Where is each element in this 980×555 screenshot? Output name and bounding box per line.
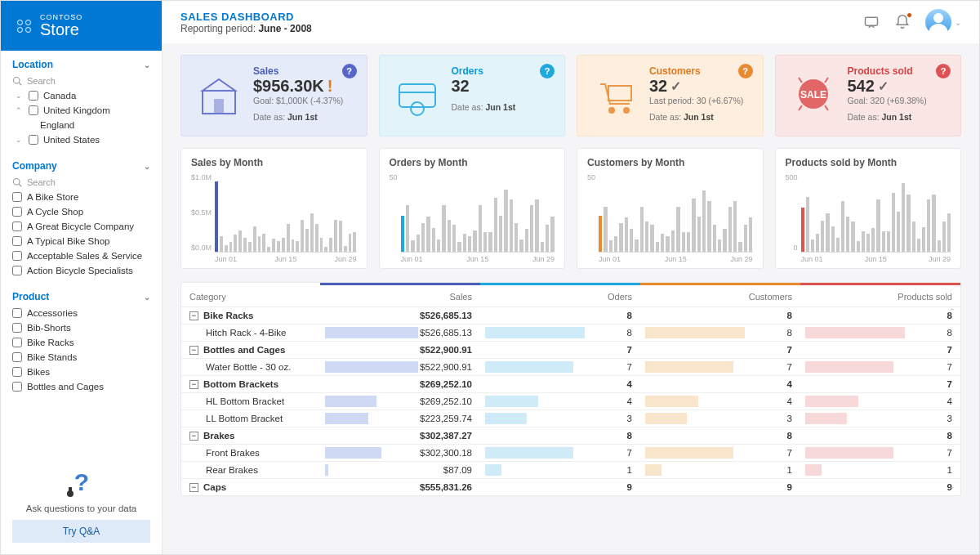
svg-text:SALE: SALE [800,89,826,101]
info-icon[interactable]: ? [540,64,555,78]
chart-bar [310,213,314,252]
table-scrollbar[interactable]: ⌃⌄ [949,307,957,490]
filter-product-header[interactable]: Product ⌄ [12,291,150,302]
kpi-card-sales[interactable]: ? Sales $956.30K ! Goal: $1,000K (-4.37%… [180,55,368,137]
chart-bar [510,199,513,252]
chart-bar [871,228,875,252]
company-item[interactable]: A Cycle Shop [12,204,150,219]
info-icon[interactable]: ? [738,64,753,78]
table-row[interactable]: −Caps $555,831.26 9 9 9 [181,478,960,495]
cell-orders: 3 [480,410,640,427]
chart-bar [718,239,721,252]
qa-illustration: ? [59,469,105,499]
table-row[interactable]: −Bottom Brackets $269,252.10 4 4 7 [181,375,960,392]
product-item[interactable]: Bottles and Cages [12,379,150,394]
col-orders[interactable]: Oders [480,283,640,307]
messages-icon[interactable] [863,14,880,30]
info-icon[interactable]: ? [936,64,951,78]
collapse-icon[interactable]: − [189,311,198,320]
filter-checkbox[interactable] [12,323,22,333]
location-checkbox[interactable] [29,135,38,145]
location-item[interactable]: ⌄Canada [12,88,150,103]
cell-sales: $555,831.26 [320,479,480,495]
filter-checkbox[interactable] [12,352,22,362]
table-row[interactable]: −Bike Racks $526,685.13 8 8 8 [181,307,960,324]
chart-bar [692,199,695,252]
warning-icon: ! [327,77,333,96]
location-item[interactable]: ⌃United Kingdom [12,103,150,118]
col-products-sold[interactable]: Products sold [800,283,960,307]
col-sales[interactable]: Sales [320,283,480,307]
table-row[interactable]: HL Bottom Bracket $269,252.10 4 4 4 [181,392,960,410]
product-item[interactable]: Bib-Shorts [12,320,150,335]
cell-products: 8 [800,324,960,341]
table-row[interactable]: Water Bottle - 30 oz. $522,900.91 7 7 7 [181,358,960,375]
filter-checkbox[interactable] [12,236,22,246]
product-item[interactable]: Bike Racks [12,335,150,350]
table-row[interactable]: −Brakes $302,387.27 8 8 8 [181,427,960,444]
col-category[interactable]: Category [181,283,320,307]
table-row[interactable]: LL Bottom Bracket $223,259.74 3 3 3 [181,410,960,427]
table-row[interactable]: Hitch Rack - 4-Bike $526,685.13 8 8 8 [181,324,960,341]
filter-checkbox[interactable] [12,192,22,202]
filter-checkbox[interactable] [12,382,22,392]
filter-checkbox[interactable] [12,308,22,318]
company-search[interactable]: Search [12,175,150,190]
collapse-icon[interactable]: − [189,483,198,492]
filter-checkbox[interactable] [12,222,22,231]
chart-title: Customers by Month [587,157,753,168]
filter-checkbox[interactable] [12,338,22,347]
location-checkbox[interactable] [29,91,38,101]
filter-checkbox[interactable] [12,367,22,377]
cell-products: 3 [800,410,960,427]
table-row[interactable]: Front Brakes $302,300.18 7 7 7 [181,444,960,461]
try-qa-button[interactable]: Try Q&A [12,520,150,543]
cell-orders: 8 [480,307,640,324]
row-name: HL Bottom Bracket [189,396,284,406]
chart-bar [671,231,675,252]
user-menu[interactable]: ⌄ [925,9,961,35]
chart-products-sold-by-month[interactable]: Products sold by Month 5000 Jun 01Jun 15… [775,148,962,269]
main: SALES DASHBOARD Reporting period: June -… [163,1,979,554]
chart-bar [645,222,648,252]
location-item[interactable]: ⌄United States [12,132,150,147]
svg-line-1 [19,83,21,85]
location-child-item[interactable]: England [12,118,150,132]
kpi-card-products-sold[interactable]: ? SALE Products sold 542 ✓ Goal: 320 (+6… [775,55,962,137]
filter-location-header[interactable]: Location ⌄ [12,59,150,70]
svg-marker-9 [203,79,235,91]
kpi-card-customers[interactable]: ? Customers 32 ✓ Last period: 30 (+6.67%… [577,55,764,137]
location-checkbox[interactable] [29,105,38,115]
kpi-card-orders[interactable]: ? Orders 32 Date as: Jun 1st [379,55,566,137]
collapse-icon[interactable]: − [189,346,198,355]
company-item[interactable]: A Typical Bike Shop [12,234,150,248]
company-item[interactable]: A Bike Store [12,190,150,204]
chart-bar [329,238,332,252]
filter-checkbox[interactable] [12,251,22,261]
chart-orders-by-month[interactable]: Orders by Month 50 Jun 01Jun 15Jun 29 [379,148,566,269]
chart-bar [640,207,644,252]
product-item[interactable]: Bike Stands [12,350,150,365]
chart-bar [630,229,633,252]
info-icon[interactable]: ? [342,64,357,78]
table-row[interactable]: −Bottles and Cages $522,900.91 7 7 7 [181,341,960,358]
chevron-down-icon: ⌄ [144,60,150,69]
product-item[interactable]: Accessories [12,306,150,320]
company-item[interactable]: Action Bicycle Specialists [12,263,150,278]
filter-checkbox[interactable] [12,207,22,217]
location-search[interactable]: Search [12,74,150,88]
chart-bar [234,235,237,252]
collapse-icon[interactable]: − [189,380,198,389]
product-item[interactable]: Bikes [12,365,150,379]
notifications-icon[interactable] [894,14,911,30]
chart-customers-by-month[interactable]: Customers by Month 50 Jun 01Jun 15Jun 29 [577,148,764,269]
chart-sales-by-month[interactable]: Sales by Month $1.0M$0.5M$0.0M Jun 01Jun… [180,148,368,269]
filter-company-header[interactable]: Company ⌄ [12,160,150,172]
col-customers[interactable]: Customers [640,283,800,307]
collapse-icon[interactable]: − [189,432,198,441]
company-item[interactable]: A Great Bicycle Company [12,219,150,234]
chart-bar [897,212,900,252]
filter-checkbox[interactable] [12,266,22,275]
company-item[interactable]: Acceptable Sales & Service [12,248,150,263]
table-row[interactable]: Rear Brakes $87.09 1 1 1 [181,461,960,478]
